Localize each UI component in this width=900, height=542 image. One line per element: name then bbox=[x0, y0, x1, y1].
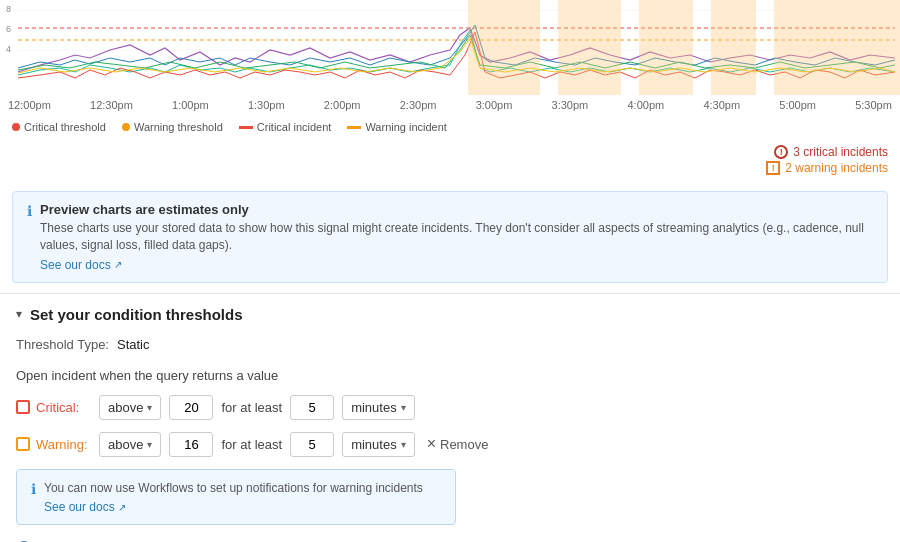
warning-incident-dash bbox=[347, 126, 361, 129]
critical-incidents-label: 3 critical incidents bbox=[793, 145, 888, 159]
critical-threshold-icon bbox=[16, 400, 30, 414]
workflows-notice-text: You can now use Workflows to set up noti… bbox=[44, 480, 441, 497]
warning-threshold-dot bbox=[122, 123, 130, 131]
xaxis-label: 5:00pm bbox=[779, 99, 816, 111]
caret-icon: ▾ bbox=[147, 439, 152, 450]
warning-value-input[interactable] bbox=[169, 432, 213, 457]
critical-unit-dropdown[interactable]: minutes ▾ bbox=[342, 395, 415, 420]
critical-threshold-name: Critical: bbox=[16, 400, 91, 415]
workflows-notice-content: You can now use Workflows to set up noti… bbox=[44, 480, 441, 515]
chart-section: 8 6 4 bbox=[0, 0, 900, 294]
xaxis-label: 4:30pm bbox=[703, 99, 740, 111]
notice-title: Preview charts are estimates only bbox=[40, 202, 873, 217]
warning-unit-dropdown[interactable]: minutes ▾ bbox=[342, 432, 415, 457]
chart-highlight-2 bbox=[558, 0, 621, 95]
chart-highlight-4 bbox=[711, 0, 756, 95]
legend-item-warning-threshold: Warning threshold bbox=[122, 121, 223, 133]
external-link-icon: ↗ bbox=[114, 259, 122, 270]
notice-text: These charts use your stored data to sho… bbox=[40, 220, 873, 254]
for-at-label-warning: for at least bbox=[221, 437, 282, 452]
xaxis-label: 12:30pm bbox=[90, 99, 133, 111]
warning-threshold-name: Warning: bbox=[16, 437, 91, 452]
xaxis-label: 2:00pm bbox=[324, 99, 361, 111]
xaxis-label: 2:30pm bbox=[400, 99, 437, 111]
for-at-label-critical: for at least bbox=[221, 400, 282, 415]
warning-incidents-label: 2 warning incidents bbox=[785, 161, 888, 175]
caret-icon: ▾ bbox=[401, 402, 406, 413]
xaxis-label: 4:00pm bbox=[627, 99, 664, 111]
critical-incidents-badge: ! 3 critical incidents bbox=[774, 145, 888, 159]
remove-warning-button[interactable]: × Remove bbox=[427, 436, 489, 452]
critical-comparator-dropdown[interactable]: above ▾ bbox=[99, 395, 161, 420]
warning-label: Warning: bbox=[36, 437, 88, 452]
workflows-docs-link[interactable]: See our docs ↗ bbox=[44, 500, 126, 514]
svg-text:4: 4 bbox=[6, 44, 11, 54]
critical-incident-dash bbox=[239, 126, 253, 129]
section-header: ▾ Set your condition thresholds bbox=[16, 306, 884, 323]
legend-label-critical-threshold: Critical threshold bbox=[24, 121, 106, 133]
incidents-summary: ! 3 critical incidents ! 2 warning incid… bbox=[0, 141, 900, 181]
remove-x-icon: × bbox=[427, 436, 436, 452]
section-title: Set your condition thresholds bbox=[30, 306, 243, 323]
xaxis-label: 1:00pm bbox=[172, 99, 209, 111]
external-link-icon: ↗ bbox=[118, 502, 126, 513]
workflows-notice: ℹ You can now use Workflows to set up no… bbox=[16, 469, 456, 526]
critical-duration-input[interactable] bbox=[290, 395, 334, 420]
critical-value-input[interactable] bbox=[169, 395, 213, 420]
critical-badge-icon: ! bbox=[774, 145, 788, 159]
critical-threshold-row: Critical: above ▾ for at least minutes ▾ bbox=[16, 395, 884, 420]
chart-legend: Critical threshold Warning threshold Cri… bbox=[0, 115, 900, 141]
chart-highlight-5 bbox=[774, 0, 900, 95]
warning-threshold-icon bbox=[16, 437, 30, 451]
svg-text:8: 8 bbox=[6, 4, 11, 14]
critical-threshold-dot bbox=[12, 123, 20, 131]
info-icon: ℹ bbox=[27, 203, 32, 272]
info-icon-workflows: ℹ bbox=[31, 481, 36, 515]
warning-duration-input[interactable] bbox=[290, 432, 334, 457]
caret-icon: ▾ bbox=[147, 402, 152, 413]
warning-badge-icon: ! bbox=[766, 161, 780, 175]
chart-svg: 8 6 4 bbox=[0, 0, 900, 95]
chart-xaxis: 12:00pm 12:30pm 1:00pm 1:30pm 2:00pm 2:3… bbox=[0, 95, 900, 115]
chart-highlight-1 bbox=[468, 0, 540, 95]
legend-item-warning-incident: Warning incident bbox=[347, 121, 447, 133]
threshold-type-value: Static bbox=[117, 337, 150, 352]
condition-section: ▾ Set your condition thresholds Threshol… bbox=[0, 294, 900, 542]
legend-item-critical-incident: Critical incident bbox=[239, 121, 332, 133]
critical-label: Critical: bbox=[36, 400, 79, 415]
xaxis-label: 12:00pm bbox=[8, 99, 51, 111]
warning-comparator-dropdown[interactable]: above ▾ bbox=[99, 432, 161, 457]
notice-content: Preview charts are estimates only These … bbox=[40, 202, 873, 272]
caret-icon: ▾ bbox=[401, 439, 406, 450]
preview-notice: ℹ Preview charts are estimates only Thes… bbox=[12, 191, 888, 283]
legend-item-critical-threshold: Critical threshold bbox=[12, 121, 106, 133]
xaxis-label: 5:30pm bbox=[855, 99, 892, 111]
xaxis-label: 3:30pm bbox=[552, 99, 589, 111]
xaxis-label: 1:30pm bbox=[248, 99, 285, 111]
threshold-type-row: Threshold Type: Static bbox=[16, 337, 884, 352]
chart-area: 8 6 4 bbox=[0, 0, 900, 95]
chart-highlight-3 bbox=[639, 0, 693, 95]
legend-label-critical-incident: Critical incident bbox=[257, 121, 332, 133]
legend-label-warning-incident: Warning incident bbox=[365, 121, 447, 133]
query-label: Open incident when the query returns a v… bbox=[16, 368, 884, 383]
chevron-icon[interactable]: ▾ bbox=[16, 307, 22, 321]
threshold-type-label: Threshold Type: bbox=[16, 337, 109, 352]
xaxis-label: 3:00pm bbox=[476, 99, 513, 111]
warning-threshold-row: Warning: above ▾ for at least minutes ▾ … bbox=[16, 432, 884, 457]
preview-docs-link[interactable]: See our docs ↗ bbox=[40, 258, 122, 272]
legend-label-warning-threshold: Warning threshold bbox=[134, 121, 223, 133]
warning-incidents-badge: ! 2 warning incidents bbox=[766, 161, 888, 175]
svg-text:6: 6 bbox=[6, 24, 11, 34]
